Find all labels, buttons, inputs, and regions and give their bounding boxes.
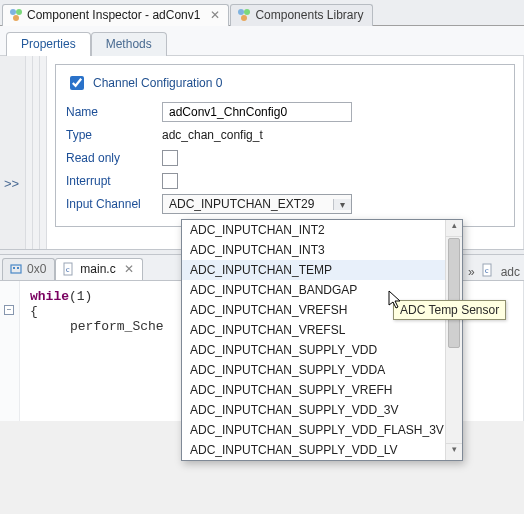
- gutter-spacer: [40, 56, 47, 249]
- interrupt-checkbox[interactable]: [162, 173, 178, 189]
- scrollbar-thumb[interactable]: [448, 238, 460, 348]
- group-header[interactable]: Channel Configuration 0: [66, 73, 504, 93]
- row-readonly: Read only: [66, 147, 504, 169]
- dropdown-option[interactable]: ADC_INPUTCHAN_SUPPLY_VDD: [182, 340, 462, 360]
- tab-properties[interactable]: Properties: [6, 32, 91, 56]
- tab-label: 0x0: [27, 262, 46, 276]
- trailing-tab-label: adc: [501, 265, 520, 279]
- svg-point-2: [13, 15, 19, 21]
- dropdown-option[interactable]: ADC_INPUTCHAN_BANDGAP: [182, 280, 462, 300]
- row-name: Name: [66, 101, 504, 123]
- dropdown-scrollbar[interactable]: ▴ ▾: [445, 220, 462, 460]
- fold-gutter: –: [0, 281, 20, 421]
- svg-point-3: [238, 9, 244, 15]
- tab-components-library[interactable]: Components Library: [230, 4, 372, 26]
- dropdown-option[interactable]: ADC_INPUTCHAN_SUPPLY_VDD_LV: [182, 440, 462, 460]
- fold-minus-icon[interactable]: –: [4, 305, 14, 315]
- tooltip: ADC Temp Sensor: [393, 300, 506, 320]
- scroll-down-icon[interactable]: ▾: [446, 443, 462, 460]
- interrupt-label: Interrupt: [66, 174, 162, 188]
- close-icon[interactable]: ✕: [124, 262, 134, 276]
- name-input[interactable]: [162, 102, 352, 122]
- collapse-gutter[interactable]: >>: [0, 56, 26, 249]
- dropdown-option[interactable]: ADC_INPUTCHAN_SUPPLY_VDD_FLASH_3V: [182, 420, 462, 440]
- svg-point-4: [244, 9, 250, 15]
- tab-label: Methods: [106, 37, 152, 51]
- input-channel-label: Input Channel: [66, 197, 162, 211]
- collapse-chevrons-icon: >>: [4, 176, 19, 191]
- svg-text:c: c: [66, 265, 70, 274]
- name-label: Name: [66, 105, 162, 119]
- group-title: Channel Configuration 0: [93, 76, 222, 90]
- channel-config-group: Channel Configuration 0 Name Type adc_ch…: [55, 64, 515, 227]
- row-type: Type adc_chan_config_t: [66, 124, 504, 146]
- gutter-stack: >>: [0, 56, 47, 249]
- chevron-down-icon: ▾: [333, 199, 351, 210]
- svg-point-0: [10, 9, 16, 15]
- type-value: adc_chan_config_t: [162, 128, 263, 142]
- gutter-spacer: [33, 56, 40, 249]
- tab-component-inspector[interactable]: Component Inspector - adConv1 ✕: [2, 4, 229, 26]
- row-input-channel: Input Channel ADC_INPUTCHAN_EXT29 ▾: [66, 193, 504, 215]
- svg-text:c: c: [485, 266, 489, 275]
- mouse-cursor-icon: [388, 290, 404, 313]
- dropdown-option[interactable]: ADC_INPUTCHAN_SUPPLY_VREFH: [182, 380, 462, 400]
- overflow-chevrons-icon[interactable]: »: [468, 265, 475, 279]
- tab-label: Component Inspector - adConv1: [27, 8, 200, 22]
- svg-rect-7: [13, 267, 15, 269]
- tab-methods[interactable]: Methods: [91, 32, 167, 56]
- group-checkbox[interactable]: [70, 76, 84, 90]
- dropdown-option[interactable]: ADC_INPUTCHAN_TEMP: [182, 260, 462, 280]
- tab-label: Components Library: [255, 8, 363, 22]
- dropdown-option[interactable]: ADC_INPUTCHAN_SUPPLY_VDDA: [182, 360, 462, 380]
- component-icon: [9, 8, 23, 22]
- keyword-while: while: [30, 289, 69, 304]
- readonly-checkbox[interactable]: [162, 150, 178, 166]
- readonly-label: Read only: [66, 151, 162, 165]
- memory-icon: [9, 262, 23, 276]
- row-interrupt: Interrupt: [66, 170, 504, 192]
- svg-point-5: [241, 15, 247, 21]
- type-label: Type: [66, 128, 162, 142]
- tab-memory-view[interactable]: 0x0: [2, 258, 55, 280]
- svg-rect-8: [17, 267, 19, 269]
- c-file-icon: c: [481, 263, 495, 280]
- view-tabstrip: Component Inspector - adConv1 ✕ Componen…: [0, 0, 524, 26]
- input-channel-dropdown[interactable]: ADC_INPUTCHAN_INT2 ADC_INPUTCHAN_INT3 AD…: [181, 219, 463, 461]
- dropdown-list: ADC_INPUTCHAN_INT2 ADC_INPUTCHAN_INT3 AD…: [182, 220, 462, 460]
- tab-main-c[interactable]: c main.c ✕: [55, 258, 142, 280]
- dropdown-option[interactable]: ADC_INPUTCHAN_SUPPLY_VDD_3V: [182, 400, 462, 420]
- select-value: ADC_INPUTCHAN_EXT29: [163, 197, 333, 211]
- tab-label: main.c: [80, 262, 115, 276]
- c-file-icon: c: [62, 262, 76, 276]
- gutter-spacer: [26, 56, 33, 249]
- input-channel-select[interactable]: ADC_INPUTCHAN_EXT29 ▾: [162, 194, 352, 214]
- close-icon[interactable]: ✕: [210, 8, 220, 22]
- component-icon: [237, 8, 251, 22]
- scroll-up-icon[interactable]: ▴: [446, 220, 462, 237]
- inspector-sub-tabstrip: Properties Methods: [0, 26, 524, 56]
- dropdown-option[interactable]: ADC_INPUTCHAN_VREFSL: [182, 320, 462, 340]
- svg-point-1: [16, 9, 22, 15]
- dropdown-option[interactable]: ADC_INPUTCHAN_INT2: [182, 220, 462, 240]
- dropdown-option[interactable]: ADC_INPUTCHAN_INT3: [182, 240, 462, 260]
- svg-rect-6: [11, 265, 21, 273]
- tab-label: Properties: [21, 37, 76, 51]
